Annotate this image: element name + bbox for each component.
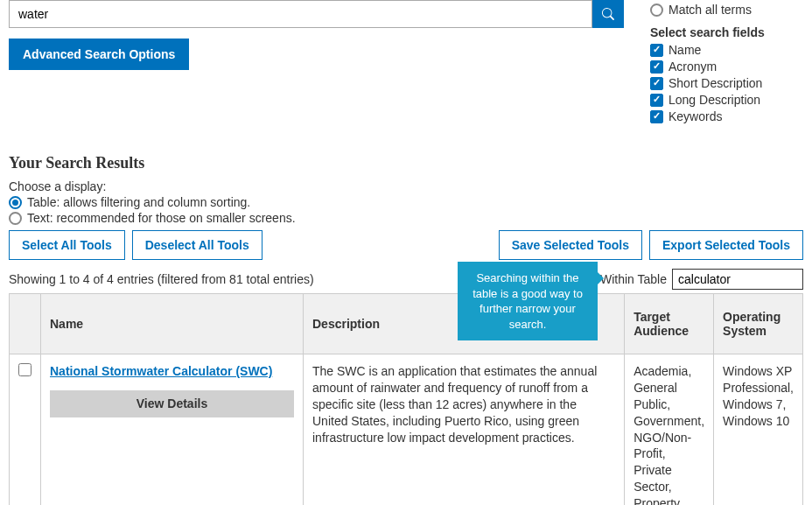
display-text-radio[interactable] — [9, 212, 22, 225]
search-within-input[interactable] — [672, 269, 803, 290]
search-icon — [602, 8, 614, 20]
select-all-button[interactable]: Select All Tools — [9, 230, 125, 260]
save-selected-button[interactable]: Save Selected Tools — [499, 230, 642, 260]
row-select-checkbox[interactable] — [18, 363, 32, 376]
search-fields-heading: Select search fields — [650, 25, 803, 39]
search-button[interactable] — [592, 0, 624, 28]
target-header[interactable]: Target Audience — [625, 294, 714, 354]
field-short-desc-checkbox[interactable] — [650, 77, 663, 90]
display-table-radio[interactable] — [9, 196, 22, 209]
name-header[interactable]: Name — [41, 294, 304, 354]
display-text-label: Text: recommended for those on smaller s… — [27, 211, 296, 225]
search-within-tooltip: Searching within the table is a good way… — [458, 262, 598, 340]
entries-count: Showing 1 to 4 of 4 entries (filtered fr… — [9, 272, 314, 286]
description-cell: The SWC is an application that estimates… — [304, 354, 625, 506]
os-header[interactable]: Operating System — [714, 294, 803, 354]
field-keywords-label: Keywords — [668, 109, 722, 123]
deselect-all-button[interactable]: Deselect All Tools — [132, 230, 262, 260]
search-input[interactable] — [9, 0, 592, 28]
target-cell: Academia, General Public, Government, NG… — [625, 354, 714, 506]
results-table: Name Description Target Audience Operati… — [9, 293, 803, 505]
field-name-label: Name — [668, 43, 701, 57]
field-long-desc-label: Long Description — [668, 93, 760, 107]
tool-link[interactable]: National Stormwater Calculator (SWC) — [50, 364, 272, 378]
display-label: Choose a display: — [9, 179, 803, 193]
os-cell: Windows XP Professional, Windows 7, Wind… — [714, 354, 803, 506]
field-short-desc-label: Short Description — [668, 76, 762, 90]
field-name-checkbox[interactable] — [650, 44, 663, 57]
field-acronym-label: Acronym — [668, 60, 717, 74]
display-table-label: Table: allows filtering and column sorti… — [27, 195, 250, 209]
match-all-radio[interactable] — [650, 4, 663, 17]
field-acronym-checkbox[interactable] — [650, 60, 663, 74]
results-heading: Your Search Results — [9, 154, 803, 172]
view-details-button[interactable]: View Details — [50, 390, 294, 417]
field-long-desc-checkbox[interactable] — [650, 94, 663, 107]
match-all-label: Match all terms — [668, 3, 752, 17]
export-selected-button[interactable]: Export Selected Tools — [649, 230, 803, 260]
field-keywords-checkbox[interactable] — [650, 110, 663, 123]
select-header[interactable] — [10, 294, 41, 354]
table-row: National Stormwater Calculator (SWC) Vie… — [10, 354, 803, 506]
advanced-search-button[interactable]: Advanced Search Options — [9, 39, 189, 70]
